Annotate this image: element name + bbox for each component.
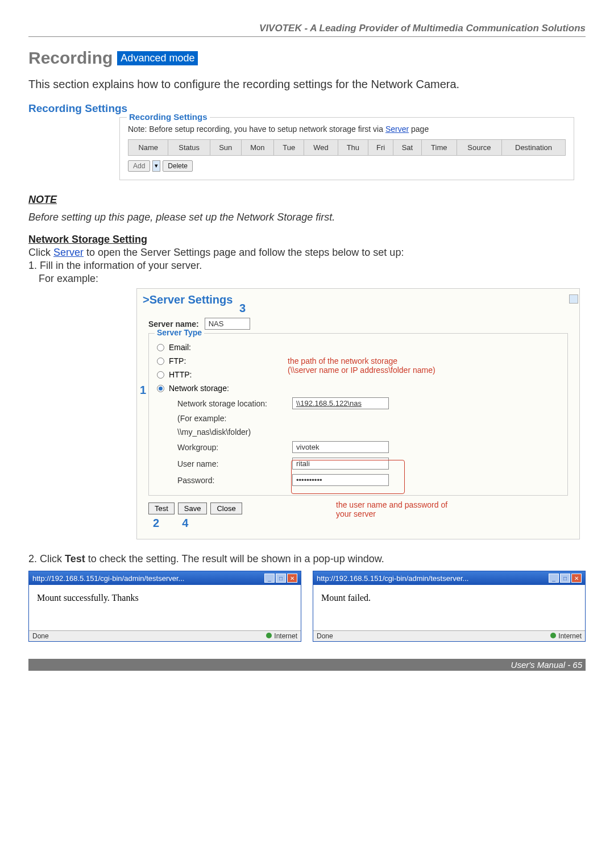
minimize-icon[interactable]: _ <box>264 574 275 583</box>
close-button[interactable]: Close <box>210 502 242 514</box>
header-brand: VIVOTEK - A Leading Provider of Multimed… <box>259 23 586 34</box>
save-button[interactable]: Save <box>178 502 208 514</box>
maximize-icon[interactable]: □ <box>276 574 286 583</box>
recording-settings-heading: Recording Settings <box>28 102 586 115</box>
panel-note-prefix: Note: Before setup recording, you have t… <box>128 124 385 134</box>
popup-fail: http://192.168.5.151/cgi-bin/admin/tests… <box>313 571 586 642</box>
maximize-icon-2[interactable]: □ <box>560 574 570 583</box>
done-label-1: Done <box>32 632 49 640</box>
page-footer: User's Manual - 65 <box>28 659 586 671</box>
col-sun: Sun <box>210 140 241 156</box>
ftp-label: FTP: <box>169 356 186 366</box>
password-input[interactable]: •••••••••• <box>292 474 389 486</box>
advanced-mode-badge: Advanced mode <box>117 51 198 65</box>
email-label: Email: <box>169 343 191 352</box>
server-name-input[interactable]: NAS <box>205 318 250 330</box>
workgroup-input[interactable]: vivotek <box>292 441 389 453</box>
test-button[interactable]: Test <box>148 502 175 514</box>
panel-legend: Recording Settings <box>127 112 210 122</box>
close-icon[interactable]: ✕ <box>287 574 297 583</box>
radio-ftp[interactable] <box>157 358 164 365</box>
network-storage-title: Network Storage Setting <box>28 234 586 246</box>
username-input[interactable]: ritali <box>292 458 389 470</box>
callout-4: 4 <box>182 517 188 530</box>
internet-icon-2 <box>550 633 556 638</box>
radio-network-storage[interactable] <box>157 385 164 392</box>
note-body: Before setting up this page, please set … <box>28 211 586 223</box>
col-name: Name <box>128 140 168 156</box>
done-label-2: Done <box>317 632 333 640</box>
ns-location-input[interactable]: \\192.168.5.122\nas <box>292 397 389 409</box>
ns-example-1: (For example: <box>177 414 559 423</box>
server-settings-heading: >Server Settings <box>137 289 579 311</box>
page-header: VIVOTEK - A Leading Provider of Multimed… <box>28 23 586 37</box>
panel-note: Note: Before setup recording, you have t… <box>128 124 566 134</box>
nss-line1: Click Server to open the Server Settings… <box>28 247 586 259</box>
nss-step1: 1. Fill in the information of your serve… <box>28 260 586 272</box>
callout-3: 3 <box>239 302 246 315</box>
delete-button[interactable]: Delete <box>163 160 193 172</box>
scroll-up-icon[interactable] <box>569 294 578 304</box>
col-fri: Fri <box>368 140 393 156</box>
section-title: Recording Advanced mode <box>28 48 586 68</box>
col-destination: Destination <box>502 140 566 156</box>
callout-2: 2 <box>153 517 159 530</box>
step-2: 2. Click Test to check the setting. The … <box>28 553 586 565</box>
step2-suffix: to check the setting. The result will be… <box>88 553 384 564</box>
col-source: Source <box>457 140 501 156</box>
popup-title-1: http://192.168.5.151/cgi-bin/admin/tests… <box>32 574 184 583</box>
internet-icon <box>266 633 272 638</box>
password-label: Password: <box>177 476 285 485</box>
popup-title-2: http://192.168.5.151/cgi-bin/admin/tests… <box>317 574 468 583</box>
nss-example-label: For example: <box>39 273 586 285</box>
ns-label: Network storage: <box>169 384 229 393</box>
server-type-legend: Server Type <box>155 328 204 337</box>
col-mon: Mon <box>241 140 274 156</box>
popup-body-success: Mount successfully. Thanks <box>29 585 301 630</box>
step2-prefix: 2. Click <box>28 553 65 564</box>
server-settings-figure: >Server Settings 3 Server name: NAS Serv… <box>136 288 580 539</box>
radio-http[interactable] <box>157 371 164 379</box>
nss-line1-pre: Click <box>28 247 53 258</box>
server-link[interactable]: Server <box>385 124 409 134</box>
add-button[interactable]: Add <box>128 160 150 172</box>
popup-body-fail: Mount failed. <box>313 585 585 630</box>
col-tue: Tue <box>274 140 304 156</box>
col-sat: Sat <box>393 140 422 156</box>
callout-user-1: the user name and password of <box>336 500 447 509</box>
username-label: User name: <box>177 459 285 468</box>
close-icon-2[interactable]: ✕ <box>571 574 582 583</box>
recording-settings-panel: Recording Settings Note: Before setup re… <box>119 117 574 180</box>
add-dropdown[interactable]: ▾ <box>152 160 160 172</box>
server-link-2[interactable]: Server <box>53 247 84 258</box>
callout-path-1: the path of the network storage <box>288 356 435 366</box>
col-time: Time <box>421 140 457 156</box>
radio-email[interactable] <box>157 344 164 351</box>
internet-label-1: Internet <box>274 632 297 640</box>
step2-bold: Test <box>65 553 85 564</box>
col-wed: Wed <box>304 140 338 156</box>
callout-1: 1 <box>140 384 146 397</box>
recording-heading: Recording <box>28 48 113 68</box>
server-name-label: Server name: <box>148 319 199 329</box>
nss-line1-post: to open the Server Settings page and fol… <box>86 247 404 258</box>
workgroup-label: Workgroup: <box>177 443 285 452</box>
ns-location-label: Network storage location: <box>177 399 285 408</box>
recording-table: Name Status Sun Mon Tue Wed Thu Fri Sat … <box>128 139 566 156</box>
minimize-icon-2[interactable]: _ <box>549 574 559 583</box>
callout-user-2: your server <box>336 509 447 518</box>
internet-label-2: Internet <box>558 632 582 640</box>
panel-note-suffix: page <box>411 124 429 134</box>
intro-text: This section explains how to configure t… <box>28 78 586 91</box>
note-heading: NOTE <box>28 194 586 206</box>
server-type-box: Server Type Email: FTP: the path of the … <box>148 333 568 496</box>
callout-path-2: (\\server name or IP address\folder name… <box>288 366 435 375</box>
http-label: HTTP: <box>169 370 192 379</box>
col-thu: Thu <box>338 140 368 156</box>
popup-success: http://192.168.5.151/cgi-bin/admin/tests… <box>28 571 301 642</box>
col-status: Status <box>168 140 210 156</box>
ns-example-2: \\my_nas\disk\folder) <box>177 427 559 437</box>
